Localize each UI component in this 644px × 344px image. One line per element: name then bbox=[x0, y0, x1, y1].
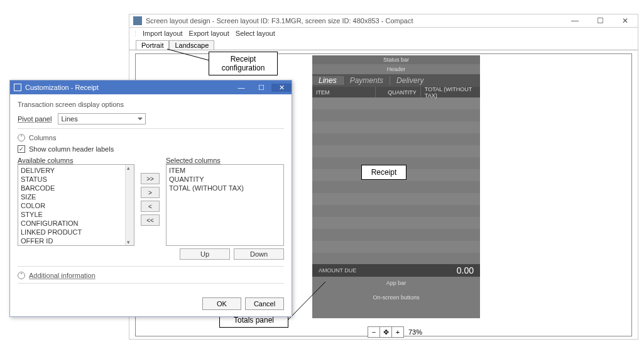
preview-tabs: Lines Payments Delivery bbox=[312, 74, 480, 87]
menu-select[interactable]: Select layout bbox=[236, 30, 275, 37]
dialog-maximize-button[interactable]: ☐ bbox=[251, 84, 271, 92]
list-item[interactable]: COLOR bbox=[21, 201, 131, 210]
move-up-button[interactable]: Up bbox=[180, 248, 230, 260]
pivot-panel-value: Lines bbox=[61, 115, 77, 123]
list-item[interactable]: LINKED PRODUCT bbox=[21, 228, 131, 236]
zoom-controls: − ✥ + 73% bbox=[368, 326, 422, 338]
show-header-labels-checkbox[interactable]: ✓ bbox=[18, 145, 25, 153]
col-item: ITEM bbox=[312, 87, 376, 97]
app-icon bbox=[133, 16, 142, 25]
callout-receipt: Receipt bbox=[361, 165, 407, 180]
ok-button[interactable]: OK bbox=[202, 297, 241, 310]
tab-portrait[interactable]: Portrait bbox=[136, 40, 169, 50]
preview-tab-payments[interactable]: Payments bbox=[343, 76, 390, 85]
list-item[interactable]: BARCODE bbox=[21, 184, 131, 192]
available-columns-label: Available columns bbox=[18, 157, 134, 164]
preview-statusbar: Status bar bbox=[312, 55, 480, 64]
columns-section-header[interactable]: ˄ Columns bbox=[18, 134, 284, 141]
minimize-button[interactable]: — bbox=[562, 16, 587, 25]
chevron-down-icon: ˅ bbox=[18, 272, 25, 279]
menu-export[interactable]: Export layout bbox=[189, 30, 229, 37]
preview-lines-area bbox=[312, 97, 480, 264]
dialog-titlebar: Customization - Receipt — ☐ ✕ bbox=[10, 80, 292, 94]
zoom-in-button[interactable]: + bbox=[391, 326, 404, 338]
main-titlebar: Screen layout design - Screen layout ID:… bbox=[129, 14, 638, 28]
amount-due-label: AMOUNT DUE bbox=[319, 267, 356, 274]
additional-info-section-header[interactable]: ˅ Additional information bbox=[18, 272, 284, 279]
show-header-labels-label: Show column header labels bbox=[29, 145, 114, 153]
col-total: TOTAL (WITHOUT TAX) bbox=[421, 87, 480, 97]
zoom-level: 73% bbox=[408, 328, 422, 336]
list-item[interactable]: SIZE bbox=[21, 192, 131, 201]
cancel-button[interactable]: Cancel bbox=[245, 297, 284, 310]
list-item[interactable]: ORIGINAL PRICE bbox=[21, 245, 131, 246]
list-item[interactable]: CONFIGURATION bbox=[21, 219, 131, 228]
menu-bar: ⋮ Import layout Export layout Select lay… bbox=[129, 28, 638, 39]
device-preview: Status bar Header Lines Payments Deliver… bbox=[312, 55, 480, 318]
list-item[interactable]: QUANTITY bbox=[169, 175, 281, 184]
chevron-up-icon: ˄ bbox=[18, 134, 25, 141]
dialog-heading: Transaction screen display options bbox=[18, 101, 284, 108]
menu-import[interactable]: Import layout bbox=[143, 30, 183, 37]
window-title: Screen layout design - Screen layout ID:… bbox=[146, 17, 413, 25]
list-item[interactable]: ITEM bbox=[169, 166, 281, 175]
preview-totals-panel: AMOUNT DUE 0.00 bbox=[312, 264, 480, 277]
selected-columns-list[interactable]: ITEMQUANTITYTOTAL (WITHOUT TAX) bbox=[166, 164, 284, 246]
amount-due-value: 0.00 bbox=[457, 265, 474, 275]
zoom-fit-button[interactable]: ✥ bbox=[379, 326, 392, 338]
list-item[interactable]: DELIVERY bbox=[21, 166, 131, 175]
dialog-close-button[interactable]: ✕ bbox=[271, 84, 292, 92]
maximize-button[interactable]: ☐ bbox=[587, 16, 613, 25]
available-columns-list[interactable]: DELIVERYSTATUSBARCODESIZECOLORSTYLECONFI… bbox=[18, 164, 134, 246]
pivot-panel-select[interactable]: Lines bbox=[58, 113, 146, 125]
move-all-left-button[interactable]: << bbox=[141, 214, 160, 226]
customization-dialog: Customization - Receipt — ☐ ✕ Transactio… bbox=[9, 80, 292, 317]
preview-column-headers: ITEM QUANTITY TOTAL (WITHOUT TAX) bbox=[312, 87, 480, 97]
list-item[interactable]: TOTAL (WITHOUT TAX) bbox=[169, 184, 281, 192]
move-right-button[interactable]: > bbox=[141, 187, 160, 198]
close-button[interactable]: ✕ bbox=[613, 16, 638, 25]
list-item[interactable]: STYLE bbox=[21, 210, 131, 219]
dialog-title: Customization - Receipt bbox=[25, 84, 99, 91]
preview-tab-lines[interactable]: Lines bbox=[312, 76, 343, 85]
list-item[interactable]: OFFER ID bbox=[21, 236, 131, 245]
selected-columns-label: Selected columns bbox=[166, 157, 284, 164]
move-all-right-button[interactable]: >> bbox=[141, 173, 160, 184]
preview-header: Header bbox=[312, 64, 480, 74]
move-down-button[interactable]: Down bbox=[234, 248, 284, 260]
dialog-icon bbox=[14, 84, 21, 91]
pivot-panel-label: Pivot panel bbox=[18, 115, 52, 123]
preview-appbar: App bar bbox=[312, 277, 480, 289]
preview-tab-delivery[interactable]: Delivery bbox=[390, 76, 430, 85]
scrollbar[interactable] bbox=[125, 165, 134, 245]
col-quantity: QUANTITY bbox=[376, 87, 421, 97]
move-left-button[interactable]: < bbox=[141, 201, 160, 212]
zoom-out-button[interactable]: − bbox=[368, 326, 380, 338]
dialog-minimize-button[interactable]: — bbox=[231, 84, 251, 92]
preview-onscreen-buttons: On-screen buttons bbox=[312, 289, 480, 306]
tab-landscape[interactable]: Landscape bbox=[169, 40, 214, 50]
callout-receipt-config: Receipt configuration bbox=[209, 52, 278, 75]
orientation-tabs: Portrait Landscape bbox=[129, 39, 638, 50]
list-item[interactable]: STATUS bbox=[21, 175, 131, 184]
